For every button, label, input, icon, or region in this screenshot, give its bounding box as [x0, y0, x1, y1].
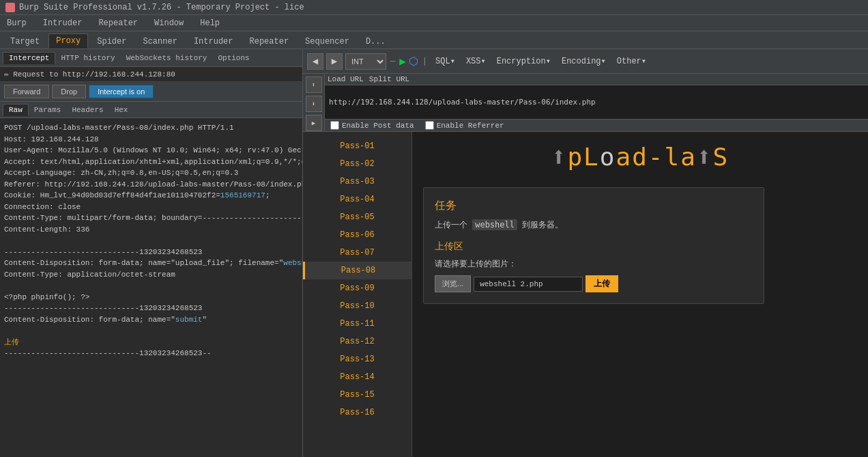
b1: ------------------------------1320323426…	[4, 248, 202, 256]
tab-scanner[interactable]: Scanner	[135, 34, 184, 49]
drop-button[interactable]: Drop	[52, 85, 86, 98]
nav-forward-button[interactable]: ▶	[326, 53, 343, 70]
request-target: Request to http://192.168.244.128:80	[13, 70, 175, 79]
encoding-menu[interactable]: Encoding▾	[558, 55, 610, 68]
web-sidebar: Pass-01 Pass-02 Pass-03 Pass-04 Pass-05 …	[303, 132, 412, 457]
file-input-area: 浏览... webshell 2.php 上传	[435, 275, 753, 292]
browser-content: Pass-01 Pass-02 Pass-03 Pass-04 Pass-05 …	[303, 132, 868, 457]
pass-16[interactable]: Pass-16	[303, 404, 411, 421]
task-desc: 上传一个 webshell 到服务器。	[435, 219, 753, 232]
menu-help[interactable]: Help	[196, 17, 224, 29]
upload-logo: ⬆pLoad-la⬆S	[423, 143, 857, 171]
sub-tab-intercept[interactable]: Intercept	[3, 52, 55, 64]
url-input-area: Load URL Split URL Enable Post data Enab…	[325, 74, 868, 131]
menu-repeater[interactable]: Repeater	[94, 17, 142, 29]
tab-proxy[interactable]: Proxy	[48, 33, 88, 49]
title-bar: Burp Suite Professional v1.7.26 - Tempor…	[0, 0, 868, 15]
upload-prompt: 请选择要上传的图片：	[435, 258, 753, 270]
cd1: Content-Disposition: form-data; name="up…	[4, 259, 302, 267]
pass-03[interactable]: Pass-03	[303, 173, 411, 191]
enable-referrer-checkbox[interactable]	[425, 121, 434, 130]
sub-tab-options[interactable]: Options	[212, 53, 255, 64]
menu-window[interactable]: Window	[150, 17, 188, 29]
web-main: ⬆pLoad-la⬆S 任务 上传一个 webshell 到服务器。 上传区 请…	[412, 132, 868, 457]
cl: Content-Length: 336	[4, 225, 89, 234]
upload-button[interactable]: 上传	[585, 275, 618, 292]
php: <?php phpinfo(); ?>	[4, 293, 89, 301]
pass-07[interactable]: Pass-07	[303, 244, 411, 262]
enable-post-checkbox[interactable]	[330, 121, 339, 130]
control-bar: Forward Drop Intercept is on	[0, 82, 302, 102]
task-title: 任务	[435, 199, 753, 213]
view-tab-params[interactable]: Params	[29, 105, 67, 115]
pass-04[interactable]: Pass-04	[303, 191, 411, 208]
enable-post-option[interactable]: Enable Post data	[330, 121, 414, 130]
task-prefix: 上传一个	[435, 221, 472, 230]
left-panel: Intercept HTTP history WebSockets histor…	[0, 49, 303, 457]
file-display: webshell 2.php	[474, 277, 583, 292]
pass-06[interactable]: Pass-06	[303, 226, 411, 244]
go-button[interactable]: ▶	[399, 55, 406, 68]
tab-decoder[interactable]: D...	[358, 34, 393, 49]
execute-button[interactable]: ▶	[306, 115, 322, 131]
upload-cn: 上传	[4, 338, 19, 346]
view-tab-raw[interactable]: Raw	[3, 104, 29, 116]
side-actions: ⬆ ⬇ ▶	[303, 74, 325, 131]
browse-button[interactable]: 浏览...	[435, 275, 471, 292]
tab-spider[interactable]: Spider	[89, 34, 134, 49]
load-url-label[interactable]: Load URL	[328, 75, 364, 83]
tab-sequencer[interactable]: Sequencer	[298, 34, 357, 49]
request-info: ✏️ Request to http://192.168.244.128:80	[0, 67, 302, 82]
tab-repeater[interactable]: Repeater	[242, 34, 296, 49]
forward-button[interactable]: Forward	[4, 85, 49, 98]
tab-intruder[interactable]: Intruder	[186, 34, 241, 49]
pass-10[interactable]: Pass-10	[303, 297, 411, 315]
view-tab-hex[interactable]: Hex	[109, 105, 134, 115]
pass-14[interactable]: Pass-14	[303, 368, 411, 386]
sub-tab-bar: Intercept HTTP history WebSockets histor…	[0, 49, 302, 67]
accept: Accept: text/html,application/xhtml+xml,…	[4, 158, 302, 166]
sub-tab-websockets[interactable]: WebSockets history	[121, 53, 213, 64]
menu-burp[interactable]: Burp	[3, 17, 31, 29]
menu-bar: Burp Intruder Repeater Window Help	[0, 15, 868, 31]
task-suffix: 到服务器。	[517, 221, 563, 230]
right-panel: ◀ ▶ INT GET POST — ▶ ⬡ | SQL▾ XSS▾ Encry…	[303, 49, 868, 457]
url-input[interactable]	[325, 85, 868, 120]
request-content[interactable]: POST /upload-labs-master/Pass-08/index.p…	[0, 118, 302, 457]
burp-toolbar: ◀ ▶ INT GET POST — ▶ ⬡ | SQL▾ XSS▾ Encry…	[303, 49, 868, 74]
menu-intruder[interactable]: Intruder	[39, 17, 87, 29]
ua: User-Agent: Mozilla/5.0 (Windows NT 10.0…	[4, 146, 302, 154]
pass-12[interactable]: Pass-12	[303, 333, 411, 350]
pass-11[interactable]: Pass-11	[303, 315, 411, 333]
method-dropdown[interactable]: INT GET POST	[345, 53, 386, 70]
pass-02[interactable]: Pass-02	[303, 155, 411, 173]
pass-15[interactable]: Pass-15	[303, 386, 411, 404]
cd2: Content-Disposition: form-data; name="su…	[4, 316, 207, 324]
other-menu[interactable]: Other▾	[613, 55, 650, 68]
sql-menu[interactable]: SQL▾	[431, 55, 459, 68]
sub-tab-http-history[interactable]: HTTP history	[55, 53, 120, 64]
tab-target[interactable]: Target	[3, 34, 47, 49]
app-title: Burp Suite Professional v1.7.26 - Tempor…	[19, 3, 304, 12]
stop-button[interactable]: ⬡	[409, 55, 418, 68]
enable-referrer-option[interactable]: Enable Referrer	[425, 121, 504, 130]
b2: ------------------------------1320323426…	[4, 304, 202, 312]
pass-01[interactable]: Pass-01	[303, 137, 411, 155]
xss-menu[interactable]: XSS▾	[462, 55, 490, 68]
encryption-menu[interactable]: Encryption▾	[493, 55, 555, 68]
url-section: ⬆ ⬇ ▶ Load URL Split URL Enable Post dat…	[303, 74, 868, 132]
view-tab-bar: Raw Params Headers Hex	[0, 102, 302, 118]
view-tab-headers[interactable]: Headers	[66, 105, 108, 115]
split-url-label[interactable]: Split URL	[369, 75, 409, 83]
load-url-button[interactable]: ⬆	[306, 77, 322, 93]
ct2: Content-Type: application/octet-stream	[4, 271, 175, 279]
accept-lang: Accept-Language: zh-CN,zh;q=0.8,en-US;q=…	[4, 169, 238, 177]
pass-08[interactable]: Pass-08	[303, 262, 411, 279]
pass-09[interactable]: Pass-09	[303, 279, 411, 297]
url-options: Enable Post data Enable Referrer	[325, 120, 868, 131]
pass-05[interactable]: Pass-05	[303, 208, 411, 226]
nav-back-button[interactable]: ◀	[307, 53, 323, 70]
intercept-button[interactable]: Intercept is on	[89, 85, 154, 98]
split-url-button[interactable]: ⬇	[306, 96, 322, 112]
pass-13[interactable]: Pass-13	[303, 350, 411, 368]
